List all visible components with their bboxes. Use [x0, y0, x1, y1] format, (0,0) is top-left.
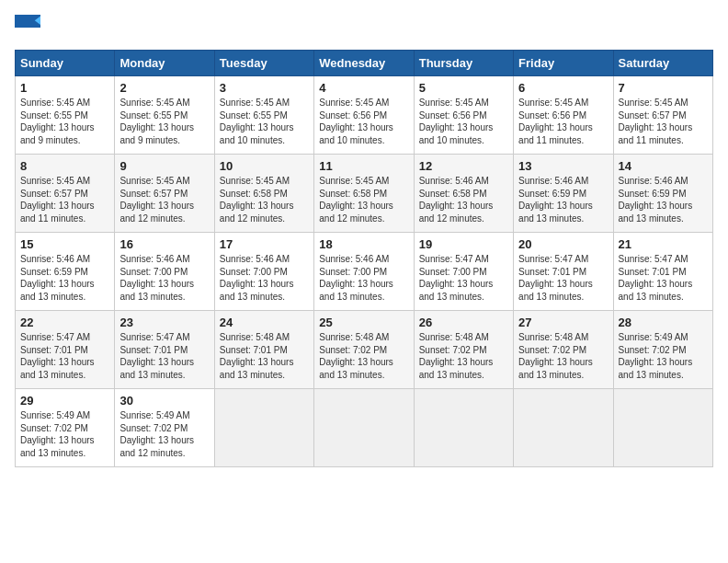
day-info: Sunrise: 5:45 AMSunset: 6:58 PMDaylight:… — [220, 175, 309, 224]
day-info: Sunrise: 5:45 AMSunset: 6:56 PMDaylight:… — [419, 97, 508, 146]
day-number: 27 — [518, 316, 608, 329]
header-row: SundayMondayTuesdayWednesdayThursdayFrid… — [16, 51, 713, 76]
day-number: 7 — [619, 81, 708, 95]
calendar-cell: 9Sunrise: 5:45 AMSunset: 6:57 PMDaylight… — [115, 155, 214, 233]
day-number: 20 — [518, 237, 608, 251]
day-info: Sunrise: 5:46 AMSunset: 7:00 PMDaylight:… — [220, 253, 309, 303]
calendar-cell: 21Sunrise: 5:47 AMSunset: 7:01 PMDayligh… — [613, 233, 712, 311]
header-day-thursday: Thursday — [414, 51, 513, 76]
calendar-row-1: 1Sunrise: 5:45 AMSunset: 6:55 PMDaylight… — [16, 76, 713, 155]
header-day-monday: Monday — [115, 51, 214, 76]
day-info: Sunrise: 5:46 AMSunset: 7:00 PMDaylight:… — [319, 253, 408, 303]
header-day-friday: Friday — [514, 51, 613, 76]
calendar-cell: 27Sunrise: 5:48 AMSunset: 7:02 PMDayligh… — [514, 311, 613, 389]
day-info: Sunrise: 5:47 AMSunset: 7:01 PMDaylight:… — [20, 331, 109, 381]
day-number: 14 — [619, 159, 708, 173]
day-number: 28 — [619, 316, 708, 329]
day-info: Sunrise: 5:45 AMSunset: 6:57 PMDaylight:… — [619, 97, 708, 146]
calendar-cell: 8Sunrise: 5:45 AMSunset: 6:57 PMDaylight… — [16, 155, 115, 233]
day-info: Sunrise: 5:46 AMSunset: 6:59 PMDaylight:… — [518, 175, 608, 224]
day-info: Sunrise: 5:49 AMSunset: 7:02 PMDaylight:… — [119, 409, 209, 459]
day-number: 9 — [119, 159, 209, 173]
day-info: Sunrise: 5:46 AMSunset: 6:58 PMDaylight:… — [419, 175, 508, 224]
calendar-row-3: 15Sunrise: 5:46 AMSunset: 6:59 PMDayligh… — [16, 233, 713, 311]
calendar-cell: 13Sunrise: 5:46 AMSunset: 6:59 PMDayligh… — [514, 155, 613, 233]
calendar-row-5: 29Sunrise: 5:49 AMSunset: 7:02 PMDayligh… — [16, 389, 713, 467]
day-info: Sunrise: 5:48 AMSunset: 7:02 PMDaylight:… — [419, 331, 508, 381]
calendar-cell — [214, 389, 313, 467]
header — [15, 15, 713, 40]
calendar-cell: 3Sunrise: 5:45 AMSunset: 6:55 PMDaylight… — [214, 76, 313, 155]
day-number: 2 — [119, 81, 209, 95]
day-number: 1 — [20, 81, 109, 95]
day-info: Sunrise: 5:49 AMSunset: 7:02 PMDaylight:… — [619, 331, 708, 381]
day-info: Sunrise: 5:45 AMSunset: 6:57 PMDaylight:… — [119, 175, 209, 224]
calendar-cell: 11Sunrise: 5:45 AMSunset: 6:58 PMDayligh… — [314, 155, 414, 233]
calendar-cell: 10Sunrise: 5:45 AMSunset: 6:58 PMDayligh… — [214, 155, 313, 233]
header-day-sunday: Sunday — [16, 51, 115, 76]
day-number: 6 — [518, 81, 608, 95]
calendar-cell: 30Sunrise: 5:49 AMSunset: 7:02 PMDayligh… — [115, 389, 214, 467]
svg-rect-1 — [15, 28, 40, 40]
header-day-saturday: Saturday — [613, 51, 712, 76]
day-info: Sunrise: 5:45 AMSunset: 6:55 PMDaylight:… — [220, 97, 309, 146]
day-info: Sunrise: 5:47 AMSunset: 7:01 PMDaylight:… — [619, 253, 708, 303]
day-number: 18 — [319, 237, 408, 251]
logo — [15, 15, 44, 40]
logo-icon — [15, 15, 40, 40]
calendar-cell: 26Sunrise: 5:48 AMSunset: 7:02 PMDayligh… — [414, 311, 513, 389]
calendar-cell: 29Sunrise: 5:49 AMSunset: 7:02 PMDayligh… — [16, 389, 115, 467]
calendar-cell — [414, 389, 513, 467]
day-number: 11 — [319, 159, 408, 173]
day-number: 26 — [419, 316, 508, 329]
calendar-table: SundayMondayTuesdayWednesdayThursdayFrid… — [15, 50, 713, 467]
day-info: Sunrise: 5:45 AMSunset: 6:58 PMDaylight:… — [319, 175, 408, 224]
calendar-cell — [613, 389, 712, 467]
calendar-cell: 23Sunrise: 5:47 AMSunset: 7:01 PMDayligh… — [115, 311, 214, 389]
calendar-cell: 28Sunrise: 5:49 AMSunset: 7:02 PMDayligh… — [613, 311, 712, 389]
day-number: 25 — [319, 316, 408, 329]
day-info: Sunrise: 5:46 AMSunset: 6:59 PMDaylight:… — [20, 253, 109, 303]
day-number: 16 — [119, 237, 209, 251]
day-number: 29 — [20, 394, 109, 408]
day-info: Sunrise: 5:46 AMSunset: 6:59 PMDaylight:… — [619, 175, 708, 224]
day-info: Sunrise: 5:47 AMSunset: 7:00 PMDaylight:… — [419, 253, 508, 303]
calendar-cell: 2Sunrise: 5:45 AMSunset: 6:55 PMDaylight… — [115, 76, 214, 155]
calendar-cell: 12Sunrise: 5:46 AMSunset: 6:58 PMDayligh… — [414, 155, 513, 233]
day-info: Sunrise: 5:47 AMSunset: 7:01 PMDaylight:… — [518, 253, 608, 303]
day-info: Sunrise: 5:48 AMSunset: 7:02 PMDaylight:… — [319, 331, 408, 381]
calendar-header: SundayMondayTuesdayWednesdayThursdayFrid… — [16, 51, 713, 76]
day-number: 8 — [20, 159, 109, 173]
day-info: Sunrise: 5:47 AMSunset: 7:01 PMDaylight:… — [119, 331, 209, 381]
calendar-cell: 24Sunrise: 5:48 AMSunset: 7:01 PMDayligh… — [214, 311, 313, 389]
day-number: 17 — [220, 237, 309, 251]
calendar-cell: 20Sunrise: 5:47 AMSunset: 7:01 PMDayligh… — [514, 233, 613, 311]
day-info: Sunrise: 5:46 AMSunset: 7:00 PMDaylight:… — [119, 253, 209, 303]
day-number: 15 — [20, 237, 109, 251]
day-number: 19 — [419, 237, 508, 251]
calendar-body: 1Sunrise: 5:45 AMSunset: 6:55 PMDaylight… — [16, 76, 713, 467]
day-info: Sunrise: 5:45 AMSunset: 6:56 PMDaylight:… — [319, 97, 408, 146]
day-number: 24 — [220, 316, 309, 329]
day-info: Sunrise: 5:48 AMSunset: 7:01 PMDaylight:… — [220, 331, 309, 381]
calendar-cell: 22Sunrise: 5:47 AMSunset: 7:01 PMDayligh… — [16, 311, 115, 389]
day-info: Sunrise: 5:45 AMSunset: 6:55 PMDaylight:… — [119, 97, 209, 146]
calendar-cell: 17Sunrise: 5:46 AMSunset: 7:00 PMDayligh… — [214, 233, 313, 311]
calendar-cell — [514, 389, 613, 467]
day-number: 22 — [20, 316, 109, 329]
day-number: 5 — [419, 81, 508, 95]
day-info: Sunrise: 5:48 AMSunset: 7:02 PMDaylight:… — [518, 331, 608, 381]
day-number: 12 — [419, 159, 508, 173]
day-info: Sunrise: 5:49 AMSunset: 7:02 PMDaylight:… — [20, 409, 109, 459]
calendar-cell: 16Sunrise: 5:46 AMSunset: 7:00 PMDayligh… — [115, 233, 214, 311]
calendar-cell: 5Sunrise: 5:45 AMSunset: 6:56 PMDaylight… — [414, 76, 513, 155]
calendar-cell: 14Sunrise: 5:46 AMSunset: 6:59 PMDayligh… — [613, 155, 712, 233]
day-info: Sunrise: 5:45 AMSunset: 6:57 PMDaylight:… — [20, 175, 109, 224]
day-number: 21 — [619, 237, 708, 251]
day-number: 30 — [119, 394, 209, 408]
calendar-cell: 7Sunrise: 5:45 AMSunset: 6:57 PMDaylight… — [613, 76, 712, 155]
day-number: 3 — [220, 81, 309, 95]
header-day-tuesday: Tuesday — [214, 51, 313, 76]
calendar-cell: 4Sunrise: 5:45 AMSunset: 6:56 PMDaylight… — [314, 76, 414, 155]
day-number: 23 — [119, 316, 209, 329]
